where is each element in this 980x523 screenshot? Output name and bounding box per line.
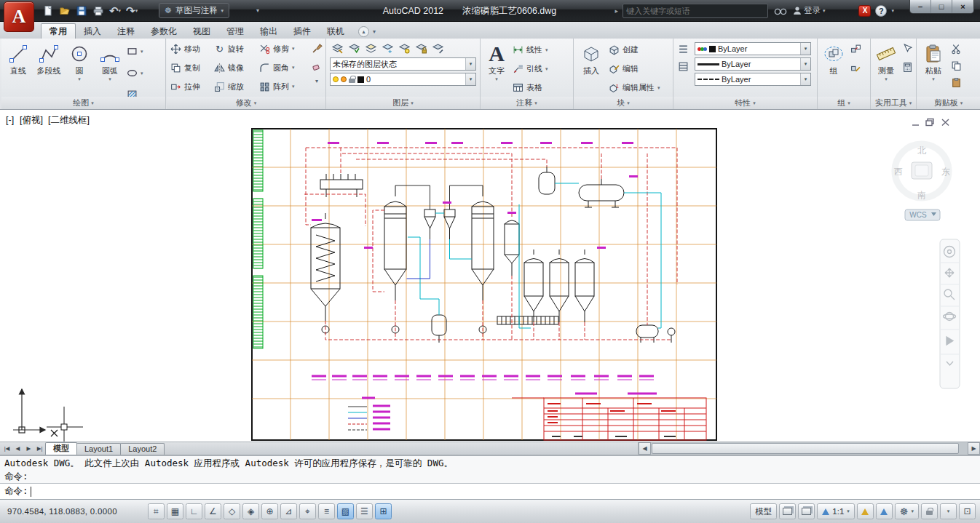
- leader-button[interactable]: 引线: [511, 60, 550, 78]
- quick-properties-toggle[interactable]: ☰: [356, 503, 373, 519]
- properties-panel-title[interactable]: 特性: [673, 97, 817, 109]
- tab-annotate[interactable]: 注释: [109, 24, 143, 39]
- modify-more-caret-icon[interactable]: ▾: [315, 78, 318, 84]
- tab-output[interactable]: 输出: [252, 24, 285, 39]
- search-input[interactable]: [626, 7, 764, 15]
- osnap3d-toggle[interactable]: ◈: [242, 503, 259, 519]
- layer-state-caret-icon[interactable]: ▾: [465, 58, 475, 70]
- layer-on-bulb-icon[interactable]: [333, 76, 339, 82]
- ribbon-menu-caret-icon[interactable]: ▾: [373, 28, 376, 35]
- tab-home[interactable]: 常用: [41, 23, 76, 39]
- quick-calc-button[interactable]: [900, 60, 914, 74]
- transparency-toggle[interactable]: ▨: [337, 503, 354, 519]
- edit-block-button[interactable]: 编辑: [607, 60, 662, 78]
- modify-panel-title[interactable]: 修改: [167, 97, 325, 109]
- trim-button[interactable]: 修剪: [258, 40, 312, 58]
- navigation-bar[interactable]: [940, 239, 960, 388]
- tab-view[interactable]: 视图: [185, 24, 218, 39]
- last-tab-button[interactable]: ▶|: [34, 445, 45, 452]
- quick-view-drawings-button[interactable]: [798, 503, 815, 519]
- viewcube-north[interactable]: 北: [917, 145, 926, 156]
- group-button[interactable]: 组: [819, 39, 848, 96]
- drawing-area[interactable]: [-] [俯视] [二维线框]: [0, 110, 980, 442]
- table-button[interactable]: 表格: [511, 79, 550, 97]
- selection-cycling-toggle[interactable]: ⊞: [375, 503, 392, 519]
- clipboard-panel-title[interactable]: 剪贴板: [917, 97, 980, 109]
- move-button[interactable]: 移动: [169, 40, 213, 58]
- quick-view-layouts-button[interactable]: [779, 503, 796, 519]
- layer-freeze-button[interactable]: [380, 41, 395, 55]
- plot-button[interactable]: [91, 3, 106, 18]
- viewcube-west[interactable]: 西: [894, 167, 903, 177]
- prev-tab-button[interactable]: ◀: [12, 445, 23, 452]
- otrack-toggle[interactable]: ⊕: [261, 503, 278, 519]
- polyline-button[interactable]: 多段线: [33, 39, 64, 96]
- grid-toggle[interactable]: ▦: [167, 503, 183, 519]
- fillet-button[interactable]: 圆角: [258, 59, 312, 77]
- object-color-list-button[interactable]: [676, 42, 690, 56]
- clean-screen-button[interactable]: ⊡: [959, 503, 976, 519]
- ungroup-button[interactable]: [848, 42, 863, 56]
- redo-button[interactable]: ↷▾: [125, 3, 139, 18]
- text-button[interactable]: A 文字: [482, 39, 511, 96]
- view-control[interactable]: [俯视]: [20, 115, 43, 125]
- search-button[interactable]: [772, 3, 789, 18]
- layer-caret-icon[interactable]: ▾: [465, 73, 475, 85]
- ribbon-minimize-button[interactable]: ▴: [358, 26, 369, 37]
- circle-button[interactable]: 圆: [64, 39, 95, 96]
- match-properties-button[interactable]: [309, 41, 324, 55]
- object-color-dropdown[interactable]: ByLayer ▾: [695, 42, 811, 55]
- groups-panel-title[interactable]: 组: [818, 97, 870, 109]
- tab-manage[interactable]: 管理: [218, 24, 252, 39]
- annotation-visibility-button[interactable]: [857, 503, 874, 519]
- infocenter-search[interactable]: [623, 4, 768, 18]
- command-line-window[interactable]: Autodesk DWG。 此文件上次由 Autodesk 应用程序或 Auto…: [0, 455, 980, 499]
- group-edit-button[interactable]: [848, 60, 863, 74]
- layers-panel-title[interactable]: 图层: [326, 97, 480, 109]
- application-menu-button[interactable]: A: [4, 1, 34, 32]
- insert-block-button[interactable]: 插入: [575, 39, 607, 96]
- block-panel-title[interactable]: 块: [574, 97, 673, 109]
- scrollbar-track[interactable]: [651, 442, 968, 455]
- scroll-left-button[interactable]: ◀: [639, 442, 651, 455]
- status-bar-menu-button[interactable]: ▾: [940, 503, 957, 519]
- paste-button[interactable]: 粘贴: [918, 39, 949, 96]
- layer-state-button[interactable]: [347, 41, 361, 55]
- toolbar-lock-button[interactable]: [921, 503, 938, 519]
- save-button[interactable]: [74, 3, 89, 18]
- layer-lock-button[interactable]: [414, 41, 428, 55]
- close-button[interactable]: ×: [952, 0, 973, 13]
- help-button[interactable]: ?: [875, 5, 887, 17]
- scroll-right-button[interactable]: ▶: [968, 442, 980, 455]
- tab-model[interactable]: 模型: [45, 442, 77, 455]
- infocenter-collapse-icon[interactable]: ▸: [615, 7, 618, 15]
- layer-dropdown[interactable]: 0 ▾: [330, 73, 476, 86]
- rotate-button[interactable]: ↻旋转: [213, 40, 258, 58]
- tab-insert[interactable]: 插入: [76, 24, 109, 39]
- next-tab-button[interactable]: ▶: [23, 445, 34, 452]
- annotation-scale-button[interactable]: 1:1▾: [817, 503, 855, 519]
- dynamic-input-toggle[interactable]: ⌖: [299, 503, 316, 519]
- layer-properties-button[interactable]: [330, 41, 344, 55]
- tab-online[interactable]: 联机: [319, 24, 352, 39]
- linetype-dropdown[interactable]: ByLayer ▾: [695, 73, 811, 86]
- minimize-button[interactable]: –: [910, 0, 931, 13]
- ortho-toggle[interactable]: ∟: [186, 503, 202, 519]
- layer-match-button[interactable]: [430, 41, 445, 55]
- viewcube-south[interactable]: 南: [917, 190, 926, 200]
- linetype-caret-icon[interactable]: ▾: [800, 73, 810, 85]
- doc-close-icon[interactable]: [942, 119, 949, 126]
- new-button[interactable]: [41, 3, 55, 18]
- create-block-button[interactable]: 创建: [607, 41, 662, 59]
- lineweight-caret-icon[interactable]: ▾: [800, 58, 810, 70]
- coordinates-display[interactable]: 970.4584, 118.0883, 0.0000: [3, 507, 146, 516]
- doc-restore-icon[interactable]: [926, 119, 933, 126]
- visual-style-control[interactable]: [二维线框]: [48, 115, 90, 125]
- layer-thaw-sun-icon[interactable]: [341, 76, 347, 82]
- ellipse-tool-button[interactable]: [125, 64, 145, 82]
- linear-dimension-button[interactable]: 线性: [511, 41, 550, 59]
- undo-button[interactable]: ↶▾: [108, 3, 122, 18]
- copy-clip-button[interactable]: [949, 59, 963, 73]
- lineweight-dropdown[interactable]: ByLayer ▾: [695, 57, 811, 71]
- ducs-toggle[interactable]: ⊿: [280, 503, 297, 519]
